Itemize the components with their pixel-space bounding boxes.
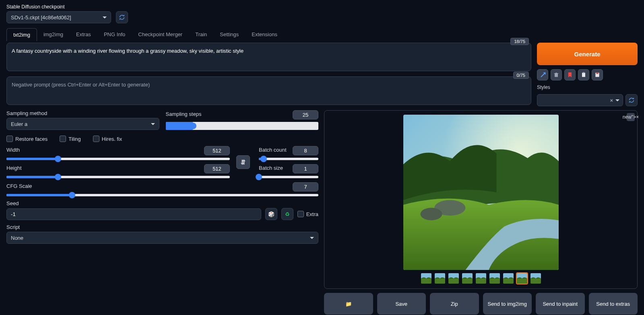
hires-fix-label: Hires. fix: [102, 136, 122, 142]
height-value[interactable]: 512: [204, 164, 230, 173]
hires-fix-checkbox[interactable]: Hires. fix: [93, 136, 122, 142]
cfg-value[interactable]: 7: [293, 182, 318, 191]
tab-checkpoint-merger[interactable]: Checkpoint Merger: [132, 28, 189, 41]
tiling-label: Tiling: [68, 136, 81, 142]
close-preview-button[interactable]: new"> ×: [627, 113, 635, 121]
thumbnail[interactable]: [434, 272, 446, 284]
dice-icon: 🎲: [268, 211, 275, 217]
svg-rect-9: [421, 278, 431, 284]
thumbnail[interactable]: [502, 272, 514, 284]
svg-rect-21: [503, 278, 514, 284]
svg-rect-11: [435, 278, 445, 284]
sampling-steps-slider[interactable]: [166, 122, 319, 130]
send-to-inpaint-button[interactable]: Send to inpaint: [536, 293, 585, 315]
close-icon: ×: [610, 97, 613, 103]
width-slider[interactable]: [6, 158, 230, 160]
thumbnail[interactable]: [461, 272, 473, 284]
clipboard-icon: [580, 72, 587, 78]
checkpoint-select[interactable]: SDv1-5.ckpt [4c86efd062]: [6, 11, 111, 23]
trash-icon: [553, 72, 559, 78]
folder-icon: 📁: [345, 301, 352, 307]
save-icon: [594, 72, 601, 78]
paste-button[interactable]: [578, 69, 589, 80]
seed-label: Seed: [6, 200, 318, 206]
height-slider[interactable]: [6, 176, 230, 178]
bookmark-icon: [567, 72, 573, 78]
chevron-down-icon: [151, 123, 155, 125]
checkpoint-value: SDv1-5.ckpt [4c86efd062]: [11, 14, 71, 21]
thumbnail[interactable]: [516, 272, 528, 284]
tab-settings[interactable]: Settings: [213, 28, 245, 41]
width-label: Width: [6, 147, 20, 153]
batch-size-label: Batch size: [259, 165, 283, 171]
cfg-slider[interactable]: [6, 194, 318, 196]
batch-count-slider[interactable]: [259, 158, 318, 160]
clear-prompt-button[interactable]: [551, 69, 562, 80]
sampling-method-select[interactable]: Euler a: [6, 118, 159, 130]
script-label: Script: [6, 224, 318, 230]
thumbnail[interactable]: [530, 272, 542, 284]
svg-rect-19: [489, 278, 500, 284]
interrogate-button[interactable]: [537, 69, 548, 80]
thumbnail[interactable]: [489, 272, 501, 284]
batch-count-value[interactable]: 8: [293, 146, 318, 155]
send-to-extras-button[interactable]: Send to extras: [589, 293, 638, 315]
batch-size-slider[interactable]: [259, 176, 318, 178]
prompt-input[interactable]: [6, 43, 531, 71]
refresh-checkpoint-button[interactable]: [116, 11, 128, 23]
svg-rect-0: [582, 73, 585, 77]
refresh-icon: [119, 14, 125, 21]
restore-faces-label: Restore faces: [15, 136, 47, 142]
prompt-token-counter: 18/75: [510, 38, 529, 45]
svg-rect-25: [530, 278, 541, 284]
tab-png-info[interactable]: PNG Info: [97, 28, 132, 41]
styles-select[interactable]: ×: [537, 94, 623, 106]
sampling-method-label: Sampling method: [6, 110, 159, 116]
tab-txt2img[interactable]: txt2img: [6, 28, 37, 41]
thumbnail-strip: [420, 272, 542, 284]
open-folder-button[interactable]: 📁: [324, 293, 373, 315]
recycle-icon: ♻: [285, 211, 290, 217]
restore-faces-checkbox[interactable]: Restore faces: [6, 136, 47, 142]
width-value[interactable]: 512: [204, 146, 230, 155]
negative-prompt-input[interactable]: [6, 76, 531, 105]
sampling-steps-value[interactable]: 25: [293, 110, 318, 119]
tiling-checkbox[interactable]: Tiling: [60, 136, 81, 142]
generate-button[interactable]: Generate: [537, 43, 638, 65]
sampling-method-value: Euler a: [11, 121, 27, 127]
swap-dimensions-button[interactable]: [236, 155, 250, 169]
tab-train[interactable]: Train: [189, 28, 213, 41]
tab-img2img[interactable]: img2img: [37, 28, 70, 41]
chevron-down-icon: [615, 99, 619, 101]
svg-point-7: [420, 208, 442, 220]
tab-extensions[interactable]: Extensions: [245, 28, 284, 41]
send-to-img2img-button[interactable]: Send to img2img: [483, 293, 532, 315]
thumbnail[interactable]: [448, 272, 460, 284]
arrow-icon: [539, 72, 546, 78]
height-label: Height: [6, 165, 22, 171]
random-seed-button[interactable]: 🎲: [265, 208, 277, 220]
output-gallery: new"> ×: [324, 110, 638, 289]
seed-extra-checkbox[interactable]: Extra: [297, 211, 318, 217]
seed-input[interactable]: [6, 208, 261, 220]
script-select[interactable]: None: [6, 232, 318, 244]
refresh-styles-button[interactable]: [625, 94, 638, 106]
apply-style-button[interactable]: [564, 69, 576, 80]
svg-rect-23: [517, 278, 527, 284]
chevron-down-icon: [310, 237, 314, 239]
thumbnail[interactable]: [420, 272, 432, 284]
refresh-icon: [628, 97, 635, 103]
svg-rect-1: [583, 72, 584, 73]
save-button[interactable]: Save: [377, 293, 426, 315]
reuse-seed-button[interactable]: ♻: [281, 208, 293, 220]
zip-button[interactable]: Zip: [430, 293, 479, 315]
save-style-button[interactable]: [592, 69, 603, 80]
sampling-steps-label: Sampling steps: [166, 111, 202, 117]
checkpoint-label: Stable Diffusion checkpoint: [6, 4, 638, 10]
tab-extras[interactable]: Extras: [70, 28, 97, 41]
thumbnail[interactable]: [475, 272, 487, 284]
cfg-label: CFG Scale: [6, 183, 32, 189]
batch-count-label: Batch count: [259, 147, 287, 153]
output-image[interactable]: [403, 115, 559, 270]
batch-size-value[interactable]: 1: [293, 164, 318, 173]
